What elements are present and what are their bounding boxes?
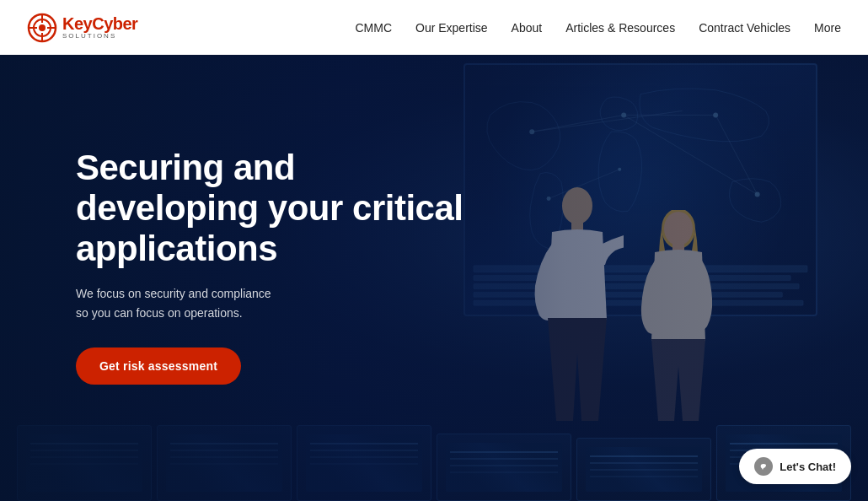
chat-svg-icon [758,461,769,472]
svg-point-2 [39,24,46,31]
nav-item-articles-resources[interactable]: Articles & Resources [565,21,675,35]
logo-brand-part1: Key [62,14,92,33]
logo[interactable]: KeyCyber SOLUTIONS [27,13,137,43]
chat-icon [754,457,773,476]
hero-subtitle-line1: We focus on security and compliance [76,287,271,300]
chat-bubble[interactable]: Let's Chat! [739,449,851,484]
logo-icon [27,13,57,43]
logo-brand-part2: Cyber [92,14,137,33]
logo-sub: SOLUTIONS [62,33,137,40]
nav-item-cmmc[interactable]: CMMC [355,21,392,35]
hero-subtitle: We focus on security and compliance so y… [76,284,472,322]
hero-section: Securing and developing your critical ap… [0,55,868,501]
header: KeyCyber SOLUTIONS CMMC Our Expertise Ab… [0,0,868,55]
logo-text: KeyCyber SOLUTIONS [62,15,137,40]
nav-item-more[interactable]: More [814,21,841,35]
logo-brand: KeyCyber [62,15,137,32]
chat-label: Let's Chat! [780,461,836,473]
nav-item-our-expertise[interactable]: Our Expertise [415,21,488,35]
nav-item-contract-vehicles[interactable]: Contract Vehicles [699,21,790,35]
hero-subtitle-line2: so you can focus on operations. [76,306,243,320]
cta-button[interactable]: Get risk assessment [76,347,241,385]
nav: CMMC Our Expertise About Articles & Reso… [355,21,841,35]
hero-title: Securing and developing your critical ap… [76,148,472,270]
nav-item-about[interactable]: About [512,21,543,35]
hero-content: Securing and developing your critical ap… [76,148,472,385]
